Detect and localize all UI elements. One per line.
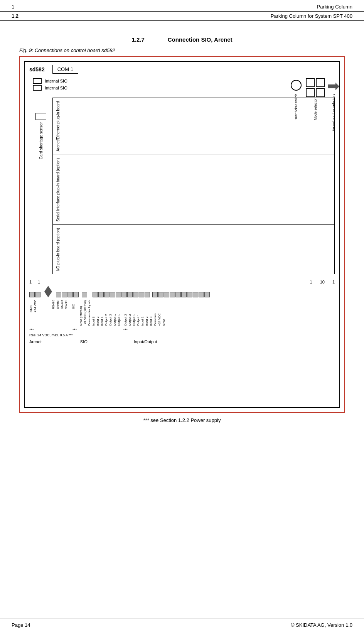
test-switch-label: Test ticket switch xyxy=(294,94,298,120)
section-label-arcnet: Arcnet xyxy=(29,339,42,344)
mode-selector-grid xyxy=(306,78,325,97)
sio-box-1 xyxy=(33,78,42,84)
stars-io: *** xyxy=(123,328,128,332)
plugin-board-serial-label: Serial interface plug-in board (option) xyxy=(56,158,60,222)
signal-labels-row: GND +24 VDC RS485 Shield RS485 Shield SI… xyxy=(25,299,339,327)
arcnet-arrow-icon xyxy=(328,81,339,92)
io-terminals xyxy=(93,292,210,297)
signal-24vdc-int: +24 VDC (internal) xyxy=(83,300,87,326)
signal-io-10: +24 VDC xyxy=(158,300,161,326)
terminal-27 xyxy=(204,292,210,297)
plugin-board-io: I/O plug-in board (option) xyxy=(53,225,334,274)
terminal-3 xyxy=(56,292,61,297)
terminal-16 xyxy=(139,292,144,297)
terminal-23 xyxy=(181,292,187,297)
signal-24vdc: +24 VDC xyxy=(34,300,37,312)
signal-output1a: Output 1 xyxy=(113,300,116,326)
connector-numbers-row: 1 1 1 10 1 xyxy=(25,278,339,286)
terminal-8 xyxy=(93,292,98,297)
conn-num-io-10: 10 xyxy=(320,280,325,284)
mode-cell-3 xyxy=(306,88,315,97)
sensor-box xyxy=(35,113,46,120)
sio-signal-labels: RS485 Shield RS485 Shield SIO xyxy=(52,300,75,309)
signal-input3: Input 3 xyxy=(92,300,95,326)
terminal-blocks-row xyxy=(25,286,339,299)
page-subheader: 1.2 Parking Column for System SPT 400 xyxy=(0,12,364,21)
io-signal-labels: GND (internal) +24 VDC (internal) Common… xyxy=(79,300,165,326)
signal-io-2: Output 2 xyxy=(124,300,127,326)
figure-caption: Fig. 9: Connections on control board sd5… xyxy=(0,47,364,56)
sio-label-2: Internal SIO xyxy=(45,86,67,90)
board-title-row: sd582 COM 1 xyxy=(25,62,339,77)
terminal-9 xyxy=(98,292,104,297)
header-left-number: 1 xyxy=(12,4,14,10)
terminal-25 xyxy=(193,292,198,297)
plugin-board-serial: Serial interface plug-in board (option) xyxy=(53,155,334,225)
signal-rs485-1: RS485 xyxy=(52,300,55,309)
header-right-title: Parking Column xyxy=(317,4,353,10)
conn-num-io-start: 1 xyxy=(310,280,312,284)
terminal-13 xyxy=(121,292,127,297)
sio-label-1: Internal SIO xyxy=(45,79,67,83)
signal-common: Common for Inputs xyxy=(88,300,91,326)
signal-output2a: Output 2 xyxy=(104,300,108,326)
sio-terminals xyxy=(56,292,87,297)
signal-io-9: Common xyxy=(153,300,157,326)
diamond-icon xyxy=(44,286,52,297)
signal-shield-2: Shield xyxy=(64,300,68,309)
terminal-5 xyxy=(67,292,73,297)
terminal-1 xyxy=(29,292,35,297)
sio-box-2 xyxy=(33,85,42,91)
conn-num-io-end: 1 xyxy=(332,280,335,284)
mode-selector-label: Mode selector xyxy=(313,98,317,120)
sio-row-2: Internal SIO xyxy=(33,85,308,91)
terminal-4 xyxy=(62,292,67,297)
diamond-connector xyxy=(44,286,52,297)
arcnet-terminals xyxy=(29,292,40,297)
terminal-11 xyxy=(110,292,115,297)
plugin-board-arcnet-label: Arcnet/Ethernet plug-in board xyxy=(56,101,60,152)
terminal-2 xyxy=(35,292,40,297)
signal-sio: SIO xyxy=(72,300,75,309)
signal-input1: Input 1 xyxy=(100,300,104,326)
mode-cell-2 xyxy=(316,78,325,87)
board-label: sd582 xyxy=(29,66,45,73)
terminal-6 xyxy=(73,292,79,297)
svg-marker-0 xyxy=(328,83,339,90)
terminal-7 xyxy=(82,292,87,297)
test-ticket-switch xyxy=(291,80,302,91)
internal-sio-area: Internal SIO Internal SIO xyxy=(29,77,312,94)
terminal-10 xyxy=(104,292,110,297)
plugin-board-io-label: I/O plug-in board (option) xyxy=(56,228,60,271)
signal-output2b: Output 2 xyxy=(109,300,112,326)
signal-gnd: GND xyxy=(29,300,33,312)
terminal-22 xyxy=(175,292,181,297)
page-header: 1 Parking Column xyxy=(0,0,364,12)
mode-cell-4 xyxy=(316,88,325,97)
section-title-row: 1.2.7 Connection SIO, Arcnet xyxy=(0,21,364,47)
section-label-io: Input/Output xyxy=(134,339,157,344)
section-title: Connection SIO, Arcnet xyxy=(168,36,233,43)
res-label: Res. 24 VDC, max. 0.5 A *** xyxy=(29,333,73,337)
terminal-20 xyxy=(164,292,169,297)
signal-io-6: Input 1 xyxy=(141,300,144,326)
signal-io-5: Output 1 xyxy=(136,300,140,326)
signal-rs485-2: RS485 xyxy=(60,300,64,309)
arcnet-selectors-label: Arcnet number selectors xyxy=(332,94,335,132)
arcnet-signal-labels: GND +24 VDC xyxy=(29,300,37,312)
card-shortage-sensor-area: Card shortage sensor xyxy=(29,98,52,274)
terminal-24 xyxy=(187,292,192,297)
signal-gnd-int: GND (internal) xyxy=(79,300,83,326)
plugin-stack: Arcnet/Ethernet plug-in board Serial int… xyxy=(52,98,335,274)
com-box: COM 1 xyxy=(52,65,78,74)
footer-right: © SKIDATA AG, Version 1.0 xyxy=(291,622,352,628)
conn-num-sio1: 1 xyxy=(38,280,40,284)
svg-marker-1 xyxy=(44,286,52,297)
diagram-container: sd582 COM 1 Internal SIO Internal SIO xyxy=(19,56,345,413)
section-number: 1.2.7 xyxy=(131,36,144,43)
section-labels-row: Arcnet SIO Input/Output xyxy=(25,338,339,347)
terminal-21 xyxy=(170,292,175,297)
section-label-sio: SIO xyxy=(80,339,88,344)
signal-io-3: Output 2 xyxy=(128,300,131,326)
terminal-26 xyxy=(199,292,204,297)
